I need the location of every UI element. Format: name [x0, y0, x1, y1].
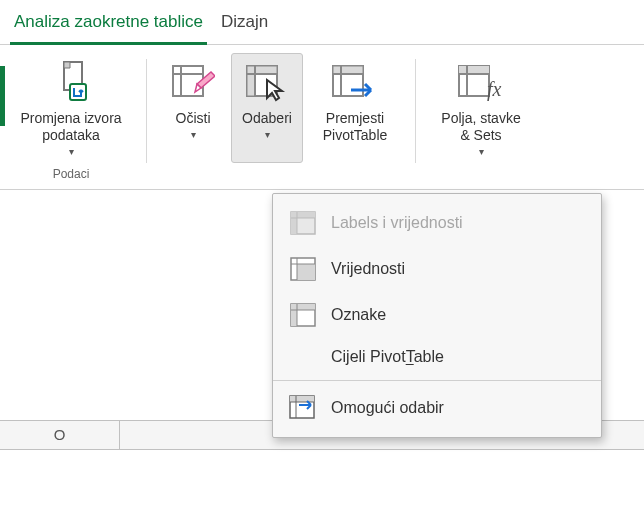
- group-calc: fx Polja, stavke& Sets ▾: [420, 53, 542, 189]
- group-divider: [146, 59, 147, 163]
- table-full-icon: [289, 210, 317, 236]
- select-button[interactable]: Odaberi ▾: [231, 53, 303, 163]
- table-labels-icon: [289, 302, 317, 328]
- entire-suffix: able: [414, 348, 444, 365]
- select-dropdown-menu: Labels i vrijednosti Vrijednosti Oznake: [272, 193, 602, 438]
- move-pivottable-button[interactable]: PremjestiPivotTable: [305, 53, 405, 163]
- column-header-o[interactable]: O: [0, 421, 120, 449]
- svg-rect-20: [291, 212, 315, 218]
- change-source-label-2: podataka: [42, 127, 100, 143]
- menu-values[interactable]: Vrijednosti: [273, 246, 601, 292]
- group-label-actions: [279, 163, 282, 181]
- entire-prefix: Cijeli Pivot: [331, 348, 406, 365]
- menu-values-label: Vrijednosti: [331, 260, 405, 278]
- group-actions: Očisti ▾ Odaberi ▾: [151, 53, 411, 189]
- tab-design[interactable]: Dizajn: [217, 6, 272, 44]
- entire-hotkey: T: [406, 348, 414, 365]
- menu-labels-and-values: Labels i vrijednosti: [273, 200, 601, 246]
- svg-rect-33: [290, 396, 314, 402]
- ribbon: Promjena izvorapodataka ▾ Podaci Očisti: [0, 45, 644, 190]
- group-label-data: Podaci: [53, 163, 90, 181]
- menu-entire-pivottable[interactable]: Cijeli PivotTable: [273, 338, 601, 376]
- svg-rect-6: [247, 66, 277, 74]
- fields-icon: fx: [457, 58, 505, 106]
- menu-labels-prefix: Labels: [331, 214, 378, 231]
- move-label-2: PivotTable: [323, 127, 388, 143]
- svg-rect-10: [333, 66, 363, 74]
- svg-rect-1: [173, 66, 203, 96]
- clear-icon: [169, 58, 217, 106]
- menu-labels-suffix: i vrijednosti: [378, 214, 462, 231]
- change-source-icon: [47, 58, 95, 106]
- group-data: Promjena izvorapodataka ▾ Podaci: [0, 53, 142, 189]
- menu-enable-label: Omogući odabir: [331, 399, 444, 417]
- svg-rect-24: [297, 264, 315, 280]
- chevron-down-icon: ▾: [69, 146, 74, 157]
- tab-analyze[interactable]: Analiza zaokretne tablice: [10, 6, 207, 45]
- svg-rect-29: [291, 304, 315, 310]
- chevron-down-icon: ▾: [191, 129, 196, 140]
- fields-label-1: Polja, stavke: [441, 110, 520, 126]
- enable-selection-icon: [289, 395, 317, 421]
- fields-items-sets-button[interactable]: fx Polja, stavke& Sets ▾: [426, 53, 536, 163]
- chevron-down-icon: ▾: [479, 146, 484, 157]
- select-icon: [243, 58, 291, 106]
- menu-labels[interactable]: Oznake: [273, 292, 601, 338]
- change-data-source-button[interactable]: Promjena izvorapodataka ▾: [6, 53, 136, 163]
- change-source-label-1: Promjena izvora: [20, 110, 121, 126]
- clear-label: Očisti: [176, 110, 211, 127]
- move-icon: [331, 58, 379, 106]
- menu-enable-selection[interactable]: Omogući odabir: [273, 385, 601, 431]
- move-label-1: Premjesti: [326, 110, 384, 126]
- table-values-icon: [289, 256, 317, 282]
- fields-label-2: & Sets: [460, 127, 501, 143]
- ribbon-tabs: Analiza zaokretne tablice Dizajn: [0, 0, 644, 45]
- group-divider: [415, 59, 416, 163]
- select-label: Odaberi: [242, 110, 292, 127]
- clear-button[interactable]: Očisti ▾: [157, 53, 229, 163]
- chevron-down-icon: ▾: [265, 129, 270, 140]
- svg-rect-14: [459, 66, 489, 74]
- svg-text:fx: fx: [487, 78, 502, 101]
- menu-separator: [273, 380, 601, 381]
- menu-labels-label: Oznake: [331, 306, 386, 324]
- svg-rect-0: [70, 84, 86, 100]
